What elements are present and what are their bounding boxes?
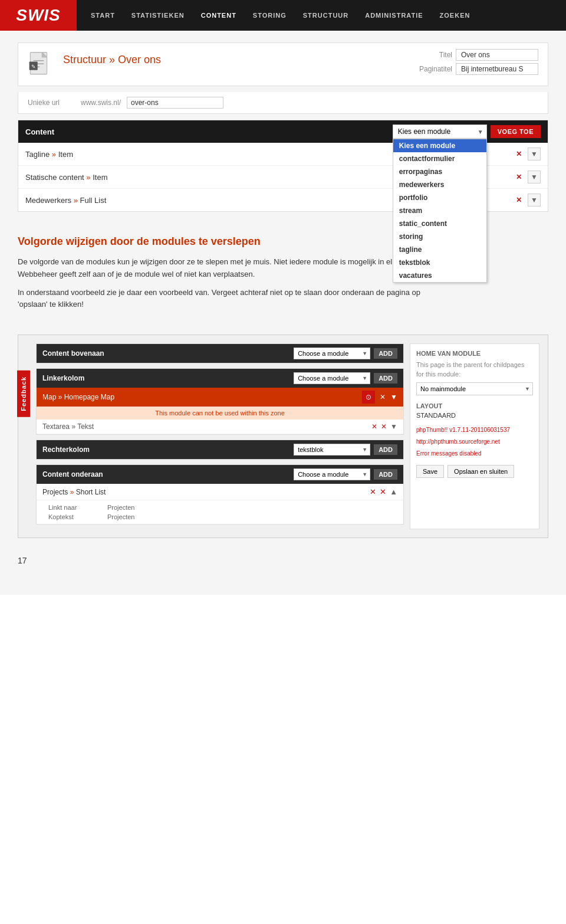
zone-name-bovenaan: Content bovenaan — [42, 349, 104, 358]
nav-storing[interactable]: STORING — [245, 0, 295, 31]
zone-select-rechter[interactable]: tekstblok — [294, 444, 370, 456]
page-icon: ✎ — [28, 51, 54, 77]
logo-text: SWIS — [16, 6, 61, 25]
dropdown-item-mede[interactable]: medewerkers — [393, 178, 486, 191]
zone-content-onderaan: Content onderaan Choose a module ▼ ADD — [36, 464, 404, 525]
home-module-select[interactable]: No mainmodule — [416, 382, 533, 395]
feedback-tab[interactable]: Feedback — [17, 371, 30, 417]
zone-header-bovenaan: Content bovenaan Choose a module ▼ ADD — [37, 344, 403, 363]
zone-select-wrapper-linker: Choose a module ▼ — [294, 372, 370, 384]
screenshot-left: Content bovenaan Choose a module ▼ ADD — [27, 343, 404, 529]
nav-administratie[interactable]: ADMINISTRATIE — [357, 0, 431, 31]
zone-row-map: Map » Homepage Map ⊙ ✕ ▼ — [37, 388, 403, 407]
zone-controls-onderaan: Choose a module ▼ ADD — [294, 468, 397, 480]
voeg-toe-button[interactable]: VOEG TOE — [491, 125, 541, 138]
zone-select-onderaan[interactable]: Choose a module — [294, 468, 370, 480]
field-linkt: Linkt naar Projecten — [48, 503, 397, 512]
dropdown-item-storing[interactable]: storing — [393, 230, 486, 243]
field-koptekst: Koptekst Projecten — [48, 512, 397, 522]
dropdown-item-tekstblok[interactable]: tekstblok — [393, 256, 486, 269]
zone-header-linker: Linkerkolom Choose a module ▼ ADD — [37, 369, 403, 388]
arrow-down-icon-medewerkers[interactable]: ▼ — [528, 194, 541, 207]
zone-row-projects: Projects » Short List ✕ ✕ ▲ — [37, 484, 403, 500]
error-line-2: http://phpthumb.sourceforge.net — [416, 438, 533, 446]
delete-icon-tagline[interactable]: ✕ — [512, 148, 525, 160]
nav-items: START STATISTIEKEN CONTENT STORING STRUC… — [77, 0, 478, 31]
dropdown-item-tagline[interactable]: tagline — [393, 243, 486, 256]
dropdown-item-static[interactable]: static_content — [393, 217, 486, 230]
page-header: ✎ Structuur » Over ons Titel Over ons Pa… — [18, 42, 548, 86]
nav-content[interactable]: CONTENT — [193, 0, 245, 31]
dropdown-item-stream[interactable]: stream — [393, 204, 486, 217]
zone-row-textarea: Textarea » Tekst ✕ ✕ ▼ — [37, 420, 403, 434]
arrow-down-icon-statisch[interactable]: ▼ — [528, 171, 541, 184]
zone-controls-rechter: tekstblok ▼ ADD — [294, 444, 397, 456]
nav-zoeken[interactable]: ZOEKEN — [432, 0, 479, 31]
projects-fields: Linkt naar Projecten Koptekst Projecten — [37, 500, 403, 524]
projects-delete-icon[interactable]: ✕ — [370, 487, 376, 496]
home-van-module-text: This page is the parent for childpages f… — [416, 361, 533, 379]
zone-add-btn-rechter[interactable]: ADD — [374, 444, 397, 455]
zone-controls-bovenaan: Choose a module ▼ ADD — [294, 348, 397, 359]
zone-select-bovenaan[interactable]: Choose a module — [294, 348, 370, 359]
paginatitel-row: Paginatitel Bij internetbureau S — [411, 63, 538, 75]
zone-rechterkolom: Rechterkolom tekstblok ▼ ADD — [36, 440, 404, 460]
body-paragraph-2: In onderstaand voorbeeld zie je daar een… — [18, 287, 442, 312]
dropdown-item-vacatures[interactable]: vacatures — [393, 269, 486, 282]
top-navigation: SWIS START STATISTIEKEN CONTENT STORING … — [0, 0, 566, 31]
save-button[interactable]: Save — [416, 465, 444, 478]
zone-add-btn-linker[interactable]: ADD — [374, 373, 397, 384]
zone-add-btn-bovenaan[interactable]: ADD — [374, 348, 397, 359]
screenshot-inner: Content bovenaan Choose a module ▼ ADD — [27, 343, 539, 529]
dropdown-item-portfolio[interactable]: portfolio — [393, 191, 486, 204]
projects-x2-icon[interactable]: ✕ — [380, 487, 386, 496]
zone-name-rechter: Rechterkolom — [42, 445, 90, 454]
zone-add-btn-onderaan[interactable]: ADD — [374, 469, 397, 480]
layout-value: STANDAARD — [416, 412, 533, 419]
map-delete-icon[interactable]: ✕ — [380, 393, 386, 401]
map-arrow-icon[interactable]: ▼ — [390, 393, 397, 401]
dropdown-item-contact[interactable]: contactformulier — [393, 152, 486, 165]
page-number: 17 — [18, 538, 548, 571]
arrow-down-icon-tagline[interactable]: ▼ — [528, 148, 541, 160]
layout-title: Layout — [416, 402, 533, 409]
module-select-container: Kies een module contactformulier errorpa… — [393, 124, 487, 139]
projects-arrow-icon[interactable]: ▲ — [390, 487, 397, 496]
save-close-button[interactable]: Opslaan en sluiten — [447, 465, 514, 478]
page-wrapper: ✎ Structuur » Over ons Titel Over ons Pa… — [0, 31, 566, 595]
zone-header-rechter: Rechterkolom tekstblok ▼ ADD — [37, 440, 403, 459]
dropdown-item-error[interactable]: errorpaginas — [393, 165, 486, 178]
zone-row-textarea-label: Textarea » Tekst — [42, 422, 368, 431]
url-input[interactable] — [127, 97, 223, 109]
error-section: phpThumb!! v1.7.11-201106031537 http://p… — [416, 426, 533, 458]
nav-structuur[interactable]: STRUCTUUR — [295, 0, 357, 31]
home-van-module-title: Home van module — [416, 350, 533, 357]
breadcrumb: Structuur » Over ons — [63, 51, 161, 66]
textarea-delete-icon[interactable]: ✕ — [371, 422, 377, 431]
svg-text:✎: ✎ — [31, 64, 36, 70]
dropdown-item-kies[interactable]: Kies een module — [393, 139, 486, 152]
map-edit-icon[interactable]: ⊙ — [362, 391, 375, 404]
zone-linkerkolom: Linkerkolom Choose a module ▼ ADD — [36, 368, 404, 435]
home-van-module-section: Home van module This page is the parent … — [416, 350, 533, 395]
module-select-dropdown[interactable]: Kies een module contactformulier errorpa… — [393, 124, 487, 139]
nav-statistieken[interactable]: STATISTIEKEN — [123, 0, 193, 31]
delete-icon-medewerkers[interactable]: ✕ — [512, 194, 525, 207]
url-label: Unieke url — [28, 99, 75, 107]
zone-row-map-label: Map » Homepage Map — [42, 393, 358, 401]
nav-start[interactable]: START — [83, 0, 123, 31]
page-meta: Titel Over ons Paginatitel Bij internetb… — [411, 49, 538, 75]
section-heading: Volgorde wijzigen door de modules te ver… — [18, 235, 442, 248]
zone-select-wrapper-bovenaan: Choose a module ▼ — [294, 348, 370, 359]
zone-select-linker[interactable]: Choose a module — [294, 372, 370, 384]
zone-controls-linker: Choose a module ▼ ADD — [294, 372, 397, 384]
textarea-x2-icon[interactable]: ✕ — [381, 422, 387, 431]
save-row: Save Opslaan en sluiten — [416, 465, 533, 478]
logo[interactable]: SWIS — [0, 0, 77, 31]
textarea-arrow-icon[interactable]: ▼ — [390, 422, 397, 431]
delete-icon-statisch[interactable]: ✕ — [512, 171, 525, 184]
row-actions-tagline: ✕ ▼ — [512, 148, 541, 160]
titel-row: Titel Over ons — [411, 49, 538, 61]
error-line-1: phpThumb!! v1.7.11-201106031537 — [416, 426, 533, 434]
body-paragraph-1: De volgorde van de modules kun je wijzig… — [18, 256, 442, 281]
